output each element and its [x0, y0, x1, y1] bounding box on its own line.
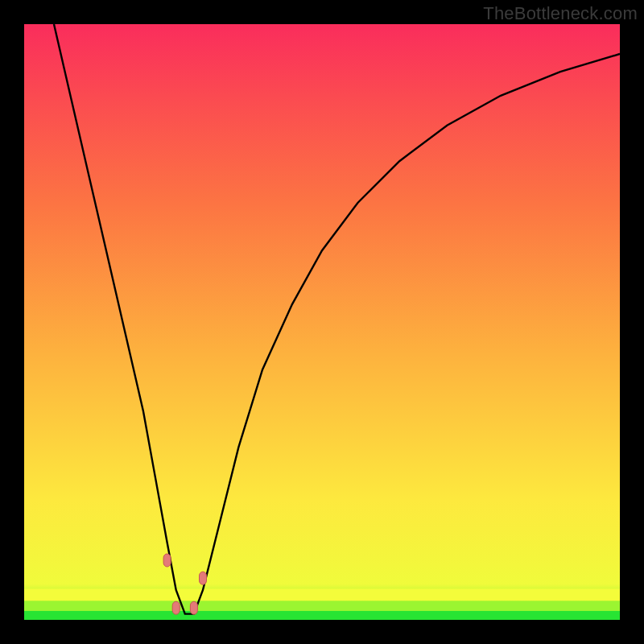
bottleneck-chart [24, 24, 620, 620]
marker-right [200, 572, 207, 584]
yellow-band [24, 589, 620, 601]
marker-valley-right [190, 601, 197, 614]
watermark-text: TheBottleneck.com [483, 3, 638, 24]
threshold-bands [24, 589, 620, 620]
chart-frame [24, 24, 620, 620]
lime-band [24, 601, 620, 611]
green-band [24, 611, 620, 620]
chart-background [24, 24, 620, 620]
marker-valley-left [172, 601, 180, 614]
marker-left [163, 554, 171, 567]
